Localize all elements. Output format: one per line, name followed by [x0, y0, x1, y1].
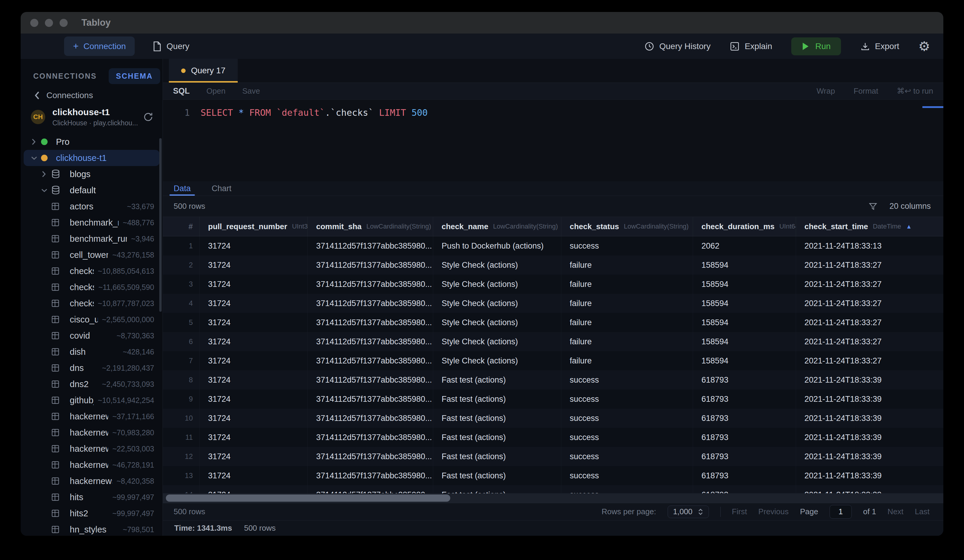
refresh-icon[interactable] — [143, 112, 153, 122]
table-cell[interactable]: 2021-11-24T18:33:39 — [796, 428, 943, 447]
table-cell[interactable]: 2021-11-24T18:33:27 — [796, 274, 943, 294]
add-connection-button[interactable]: + Connection — [64, 36, 135, 56]
table-row[interactable]: 3317243714112d57f1377abbc385980...Style … — [163, 274, 943, 294]
table-row[interactable]: 11317243714112d57f1377abbc385980...Fast … — [163, 428, 943, 447]
table-row[interactable]: 8317243714112d57f1377abbc385980...Fast t… — [163, 370, 943, 390]
table-cell[interactable]: 618793 — [693, 409, 796, 428]
table-cell[interactable]: 3714112d57f1377abbc385980... — [308, 409, 433, 428]
minimize-window-button[interactable] — [45, 19, 53, 27]
tab-schema[interactable]: SCHEMA — [109, 68, 160, 84]
table-cell[interactable]: 2021-11-24T18:33:27 — [796, 351, 943, 370]
table-cell[interactable]: 31724 — [200, 294, 308, 313]
rows-per-page-select[interactable]: 1,000 — [668, 506, 709, 518]
table-cell[interactable]: 31724 — [200, 332, 308, 351]
table-cell[interactable]: Style Check (actions) — [433, 332, 561, 351]
column-header[interactable]: check_nameLowCardinality(String) — [433, 217, 561, 236]
table-cell[interactable]: failure — [561, 255, 693, 274]
table-cell[interactable]: 3714112d57f1377abbc385980... — [308, 274, 433, 294]
table-cell[interactable]: failure — [561, 274, 693, 294]
column-header[interactable]: pull_request_numberUInt32 — [200, 217, 308, 236]
sidebar-table-item[interactable]: hits2 ~99,997,497 — [21, 505, 163, 521]
table-cell[interactable]: 3714112d57f1377abbc385980... — [308, 370, 433, 390]
table-cell[interactable]: 2021-11-24T18:33:27 — [796, 313, 943, 332]
column-header[interactable]: check_duration_msUInt64 — [693, 217, 796, 236]
page-number-input[interactable]: 1 — [830, 505, 852, 519]
table-cell[interactable]: 31724 — [200, 236, 308, 255]
open-button[interactable]: Open — [207, 86, 226, 96]
row-number-cell[interactable]: 9 — [163, 390, 200, 409]
save-button[interactable]: Save — [242, 86, 260, 96]
format-button[interactable]: Format — [853, 86, 878, 96]
table-cell[interactable]: Fast test (actions) — [433, 447, 561, 466]
table-cell[interactable]: 2062 — [693, 236, 796, 255]
table-cell[interactable]: success — [561, 236, 693, 255]
row-number-cell[interactable]: 8 — [163, 370, 200, 390]
table-cell[interactable]: 31724 — [200, 428, 308, 447]
table-cell[interactable]: 2021-11-24T18:33:27 — [796, 294, 943, 313]
table-cell[interactable]: 31724 — [200, 370, 308, 390]
sidebar-table-item[interactable]: cell_towers ~43,276,158 — [21, 247, 163, 263]
table-cell[interactable]: failure — [561, 294, 693, 313]
table-cell[interactable]: 618793 — [693, 447, 796, 466]
table-cell[interactable]: failure — [561, 332, 693, 351]
table-cell[interactable]: 2021-11-24T18:33:39 — [796, 447, 943, 466]
sidebar-table-item[interactable]: dish ~428,146 — [21, 344, 163, 360]
first-page-button[interactable]: First — [732, 507, 747, 516]
table-cell[interactable]: success — [561, 428, 693, 447]
row-number-cell[interactable]: 5 — [163, 313, 200, 332]
table-row[interactable]: 2317243714112d57f1377abbc385980...Style … — [163, 255, 943, 274]
row-number-cell[interactable]: 4 — [163, 294, 200, 313]
table-cell[interactable]: 3714112d57f1377abbc385980... — [308, 294, 433, 313]
table-cell[interactable]: 2021-11-24T18:33:27 — [796, 255, 943, 274]
sidebar-table-item[interactable]: hits ~99,997,497 — [21, 489, 163, 505]
sidebar-table-item[interactable]: actors ~33,679 — [21, 198, 163, 214]
table-cell[interactable]: 2021-11-24T18:33:13 — [796, 236, 943, 255]
table-cell[interactable]: failure — [561, 313, 693, 332]
table-row[interactable]: 7317243714112d57f1377abbc385980...Style … — [163, 351, 943, 370]
table-cell[interactable]: 31724 — [200, 466, 308, 485]
table-cell[interactable]: Fast test (actions) — [433, 390, 561, 409]
table-cell[interactable]: 3714112d57f1377abbc385980... — [308, 466, 433, 485]
sidebar-table-item[interactable]: cisco_um... ~2,565,000,000 — [21, 312, 163, 328]
sql-editor[interactable]: 1 SELECT * FROM `default`.`checks` LIMIT… — [163, 100, 943, 181]
horizontal-scrollbar[interactable] — [163, 493, 943, 503]
table-cell[interactable]: 31724 — [200, 390, 308, 409]
tab-connections[interactable]: CONNECTIONS — [33, 72, 97, 81]
table-cell[interactable]: 158594 — [693, 351, 796, 370]
row-number-cell[interactable]: 1 — [163, 236, 200, 255]
explain-button[interactable]: Explain — [730, 41, 772, 52]
sidebar-table-item[interactable]: hn_styles ~798,501 — [21, 521, 163, 536]
table-cell[interactable]: 3714112d57f1377abbc385980... — [308, 313, 433, 332]
tree-item-clickhouse-t1[interactable]: clickhouse-t1 — [24, 150, 160, 166]
table-cell[interactable]: Style Check (actions) — [433, 294, 561, 313]
sidebar-table-item[interactable]: hackernews... ~22,503,003 — [21, 441, 163, 457]
columns-selector[interactable]: 20 columns — [868, 201, 931, 211]
sidebar-table-item[interactable]: hackernews... ~46,728,191 — [21, 457, 163, 473]
horizontal-scrollbar-thumb[interactable] — [166, 495, 450, 502]
row-number-cell[interactable]: 10 — [163, 409, 200, 428]
sidebar-table-item[interactable]: checks_v2 ~10,877,787,023 — [21, 295, 163, 312]
back-to-connections[interactable]: Connections — [21, 88, 163, 103]
table-cell[interactable]: Fast test (actions) — [433, 466, 561, 485]
sidebar-scrollbar[interactable] — [159, 138, 162, 312]
previous-page-button[interactable]: Previous — [758, 507, 788, 516]
column-header[interactable]: commit_shaLowCardinality(String) — [308, 217, 433, 236]
wrap-button[interactable]: Wrap — [817, 86, 835, 96]
table-cell[interactable]: 158594 — [693, 274, 796, 294]
table-cell[interactable]: 3714112d57f1377abbc385980... — [308, 428, 433, 447]
query-tab[interactable]: Query 17 — [169, 58, 238, 83]
column-header[interactable]: # — [163, 217, 200, 236]
sidebar-table-item[interactable]: benchmark_runs ~3,946 — [21, 230, 163, 247]
table-row[interactable]: 5317243714112d57f1377abbc385980...Style … — [163, 313, 943, 332]
table-cell[interactable]: Style Check (actions) — [433, 255, 561, 274]
sidebar-table-item[interactable]: benchmark_re... ~488,776 — [21, 214, 163, 230]
tree-item-db-default[interactable]: default — [21, 182, 163, 198]
row-number-cell[interactable]: 3 — [163, 274, 200, 294]
export-button[interactable]: Export — [860, 41, 899, 52]
sidebar-table-item[interactable]: dns ~2,191,280,437 — [21, 360, 163, 376]
row-number-cell[interactable]: 13 — [163, 466, 200, 485]
table-row[interactable]: 13317243714112d57f1377abbc385980...Fast … — [163, 466, 943, 485]
table-cell[interactable]: 31724 — [200, 255, 308, 274]
column-header[interactable]: check_statusLowCardinality(String) — [561, 217, 693, 236]
tree-item-pro[interactable]: Pro — [21, 134, 163, 150]
